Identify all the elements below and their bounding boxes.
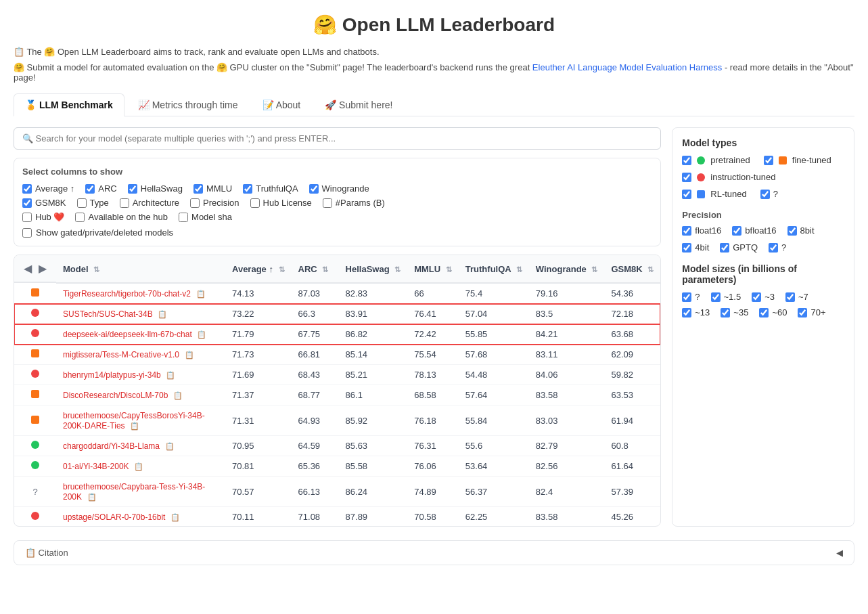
model-link[interactable]: deepseek-ai/deepseek-llm-67b-chat bbox=[63, 330, 192, 339]
model-link[interactable]: 01-ai/Yi-34B-200K bbox=[63, 462, 129, 471]
model-table: ◀ ▶ Model ⇅ Average ↑ ⇅ ARC ⇅ HellaSwag … bbox=[14, 255, 661, 527]
model-link[interactable]: SUSTech/SUS-Chat-34B bbox=[63, 309, 153, 319]
model-link[interactable]: chargoddard/Yi-34B-Llama bbox=[63, 441, 160, 451]
col-hub[interactable]: Hub ❤️ bbox=[22, 212, 64, 222]
size-60[interactable]: ~60 bbox=[759, 307, 787, 317]
cell-type bbox=[14, 385, 56, 405]
model-link[interactable]: DiscoResearch/DiscoLM-70b bbox=[63, 391, 168, 400]
th-winogrande[interactable]: Winogrande ⇅ bbox=[529, 255, 605, 283]
cell-mmlu: 68.58 bbox=[407, 385, 459, 405]
th-nav: ◀ ▶ bbox=[14, 255, 56, 283]
gated-checkbox[interactable]: Show gated/private/deleted models bbox=[22, 227, 652, 238]
cell-mmlu: 76.31 bbox=[407, 436, 459, 456]
cell-arc: 71.08 bbox=[292, 507, 339, 527]
size-35[interactable]: ~35 bbox=[721, 307, 748, 317]
size-70plus[interactable]: 70+ bbox=[798, 307, 825, 317]
copy-icon[interactable]: 📋 bbox=[130, 422, 139, 430]
type-icon-orange bbox=[31, 349, 39, 357]
col-params[interactable]: #Params (B) bbox=[323, 198, 385, 208]
copy-icon[interactable]: 📋 bbox=[196, 290, 206, 298]
col-model-sha[interactable]: Model sha bbox=[179, 212, 232, 222]
col-architecture[interactable]: Architecture bbox=[120, 198, 179, 208]
th-gsm8k[interactable]: GSM8K ⇅ bbox=[604, 255, 660, 283]
precision-bfloat16[interactable]: bfloat16 bbox=[732, 225, 776, 236]
copy-icon[interactable]: 📋 bbox=[165, 442, 175, 450]
tab-benchmark[interactable]: 🏅 LLM Benchmark bbox=[14, 93, 124, 116]
col-gsm8k[interactable]: GSM8K bbox=[22, 198, 66, 208]
type-fine-tuned[interactable]: fine-tuned bbox=[764, 155, 831, 165]
col-precision[interactable]: Precision bbox=[190, 198, 239, 208]
precision-float16[interactable]: float16 bbox=[682, 225, 721, 236]
model-link[interactable]: TigerResearch/tigerbot-70b-chat-v2 bbox=[63, 289, 191, 299]
copy-icon[interactable]: 📋 bbox=[134, 462, 143, 470]
gated-row: Show gated/private/deleted models bbox=[22, 227, 652, 238]
precision-4bit[interactable]: 4bit bbox=[682, 242, 709, 253]
copy-icon[interactable]: 📋 bbox=[185, 351, 194, 359]
tab-about[interactable]: 📝 About bbox=[252, 93, 312, 116]
precision-unknown[interactable]: ? bbox=[769, 242, 786, 253]
precision-gptq[interactable]: GPTQ bbox=[720, 242, 758, 253]
type-pretrained[interactable]: pretrained bbox=[682, 155, 750, 165]
model-link[interactable]: bhenrym14/platypus-yi-34b bbox=[63, 370, 161, 380]
th-average[interactable]: Average ↑ ⇅ bbox=[225, 255, 292, 283]
copy-icon[interactable]: 📋 bbox=[166, 371, 175, 379]
citation-collapse-icon: ◀ bbox=[836, 548, 843, 558]
type-unknown[interactable]: ? bbox=[760, 189, 778, 199]
citation-bar[interactable]: 📋 Citation ◀ bbox=[14, 540, 854, 565]
size-3[interactable]: ~3 bbox=[752, 292, 775, 302]
scroll-right-btn[interactable]: ▶ bbox=[36, 261, 49, 276]
model-link[interactable]: migtissera/Tess-M-Creative-v1.0 bbox=[63, 350, 179, 359]
model-link[interactable]: upstage/SOLAR-0-70b-16bit bbox=[63, 512, 165, 522]
col-average[interactable]: Average ↑ bbox=[22, 183, 74, 194]
cell-hellaswag: 86.1 bbox=[339, 385, 408, 405]
notice-1: 📋 The 🤗 Open LLM Leaderboard aims to tra… bbox=[14, 47, 854, 57]
copy-icon[interactable]: 📋 bbox=[197, 330, 206, 338]
cell-mmlu: 70.58 bbox=[407, 507, 459, 527]
size-13[interactable]: ~13 bbox=[682, 307, 710, 317]
col-available-on-hub[interactable]: Available on the hub bbox=[75, 212, 168, 222]
cell-winogrande: 83.03 bbox=[529, 405, 605, 436]
th-model[interactable]: Model ⇅ bbox=[56, 255, 225, 283]
cell-winogrande: 82.4 bbox=[529, 477, 605, 507]
leaderboard-table: ◀ ▶ Model ⇅ Average ↑ ⇅ ARC ⇅ HellaSwag … bbox=[14, 255, 660, 526]
col-hellaswag[interactable]: HellaSwag bbox=[128, 183, 183, 194]
cell-model: TigerResearch/tigerbot-70b-chat-v2 📋 bbox=[56, 283, 225, 304]
size-7[interactable]: ~7 bbox=[785, 292, 808, 302]
size-1-5[interactable]: ~1.5 bbox=[711, 292, 741, 302]
cell-arc: 66.13 bbox=[292, 477, 339, 507]
scroll-left-btn[interactable]: ◀ bbox=[21, 261, 35, 276]
type-instruction-tuned[interactable]: instruction-tuned bbox=[682, 172, 775, 182]
cell-mmlu: 66 bbox=[407, 283, 459, 304]
eleuther-link[interactable]: Eleuther AI Language Model Evaluation Ha… bbox=[532, 62, 722, 72]
cell-winogrande: 83.5 bbox=[529, 304, 605, 324]
th-arc[interactable]: ARC ⇅ bbox=[292, 255, 339, 283]
precision-8bit[interactable]: 8bit bbox=[787, 225, 815, 236]
col-winogrande[interactable]: Winogrande bbox=[309, 183, 369, 194]
cell-gsm8k: 59.82 bbox=[604, 365, 660, 385]
cell-model: deepseek-ai/deepseek-llm-67b-chat 📋 bbox=[56, 324, 225, 345]
col-truthfulqa[interactable]: TruthfulQA bbox=[243, 183, 298, 194]
table-scroll[interactable]: ◀ ▶ Model ⇅ Average ↑ ⇅ ARC ⇅ HellaSwag … bbox=[14, 255, 660, 526]
cell-mmlu: 76.06 bbox=[407, 456, 459, 477]
cell-model: 01-ai/Yi-34B-200K 📋 bbox=[56, 456, 225, 477]
size-unknown[interactable]: ? bbox=[682, 292, 700, 302]
col-arc[interactable]: ARC bbox=[85, 183, 116, 194]
th-hellaswag[interactable]: HellaSwag ⇅ bbox=[339, 255, 408, 283]
cell-winogrande: 82.56 bbox=[529, 456, 605, 477]
copy-icon[interactable]: 📋 bbox=[87, 493, 97, 501]
model-link[interactable]: brucethemoose/Capybara-Tess-Yi-34B-200K bbox=[63, 482, 205, 502]
col-type[interactable]: Type bbox=[77, 198, 109, 208]
cell-average: 70.11 bbox=[225, 507, 292, 527]
col-mmlu[interactable]: MMLU bbox=[193, 183, 232, 194]
cell-mmlu: 78.13 bbox=[407, 365, 459, 385]
copy-icon[interactable]: 📋 bbox=[170, 513, 180, 521]
th-truthfulqa[interactable]: TruthfulQA ⇅ bbox=[459, 255, 529, 283]
th-mmlu[interactable]: MMLU ⇅ bbox=[407, 255, 459, 283]
tab-metrics[interactable]: 📈 Metrics through time bbox=[127, 93, 249, 116]
copy-icon[interactable]: 📋 bbox=[158, 310, 167, 318]
search-input[interactable] bbox=[14, 127, 661, 150]
copy-icon[interactable]: 📋 bbox=[173, 391, 183, 399]
tab-submit[interactable]: 🚀 Submit here! bbox=[314, 93, 403, 116]
type-rl-tuned[interactable]: RL-tuned bbox=[682, 189, 746, 199]
col-hub-license[interactable]: Hub License bbox=[250, 198, 312, 208]
